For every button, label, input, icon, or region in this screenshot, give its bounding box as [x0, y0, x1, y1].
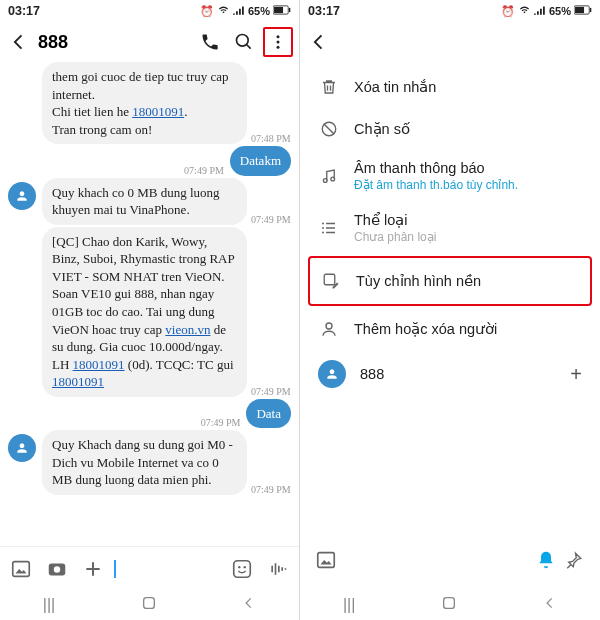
battery-icon [273, 5, 291, 17]
menu-sublabel: Chưa phân loại [354, 230, 436, 244]
contact-avatar[interactable] [8, 182, 36, 210]
menu-label: Thêm hoặc xóa người [354, 321, 497, 337]
music-icon [318, 165, 340, 187]
menu-block-number[interactable]: Chặn số [300, 108, 600, 150]
home-button[interactable] [441, 595, 457, 615]
phone-link[interactable]: 18001091 [73, 357, 125, 372]
contact-avatar[interactable] [8, 434, 36, 462]
svg-point-6 [277, 46, 280, 49]
sticker-icon[interactable] [227, 554, 257, 584]
phone-link[interactable]: 18001091 [132, 104, 184, 119]
wifi-icon [217, 5, 230, 17]
svg-point-19 [331, 177, 335, 181]
svg-rect-25 [318, 553, 335, 568]
svg-rect-26 [444, 598, 455, 609]
home-button[interactable] [141, 595, 157, 615]
bottom-toolbar [300, 542, 600, 578]
svg-point-3 [237, 35, 249, 47]
timestamp: 07:49 PM [201, 417, 241, 428]
alarm-icon: ⏰ [200, 5, 214, 18]
menu-label: Âm thanh thông báo [354, 160, 518, 176]
message-bubble[interactable]: Quy Khach dang su dung goi M0 - Dich vu … [42, 430, 247, 495]
gallery-icon[interactable] [6, 554, 36, 584]
message-bubble[interactable]: Quy khach co 0 MB dung luong khuyen mai … [42, 178, 247, 225]
messages-list[interactable]: them goi cuoc de tiep tuc truy cap inter… [0, 62, 299, 537]
more-options-button[interactable] [263, 27, 293, 57]
pin-icon[interactable] [560, 546, 588, 574]
menu-sublabel: Đặt âm thanh th.báo tùy chỉnh. [354, 178, 518, 192]
url-link[interactable]: vieon.vn [165, 322, 210, 337]
svg-point-9 [54, 566, 60, 572]
battery-text: 65% [248, 5, 270, 17]
menu-category[interactable]: Thể loại Chưa phân loại [300, 202, 600, 254]
menu-label: Xóa tin nhắn [354, 79, 436, 95]
back-nav-button[interactable] [543, 596, 557, 614]
list-icon [318, 217, 340, 239]
back-button[interactable] [6, 29, 32, 55]
svg-rect-2 [289, 8, 290, 12]
svg-point-22 [322, 232, 324, 234]
add-icon[interactable] [78, 554, 108, 584]
svg-point-11 [238, 565, 240, 567]
gallery-icon[interactable] [312, 546, 340, 574]
svg-point-5 [277, 41, 280, 44]
nav-bar: ||| [300, 590, 600, 620]
menu-header [300, 22, 600, 62]
svg-rect-13 [143, 598, 154, 609]
wifi-icon [518, 5, 531, 17]
svg-rect-1 [274, 7, 283, 13]
search-button[interactable] [229, 27, 259, 57]
add-icon[interactable]: + [570, 363, 582, 386]
message-bubble[interactable]: them goi cuoc de tiep tuc truy cap inter… [42, 62, 247, 144]
menu-customize-background[interactable]: Tùy chỉnh hình nền [308, 256, 592, 306]
timestamp: 07:49 PM [251, 484, 291, 495]
back-nav-button[interactable] [242, 596, 256, 614]
voice-icon[interactable] [263, 554, 293, 584]
battery-icon [574, 5, 592, 17]
clock: 03:17 [8, 4, 40, 18]
phone-link[interactable]: 18001091 [52, 374, 104, 389]
menu-add-remove-people[interactable]: Thêm hoặc xóa người [300, 308, 600, 350]
message-input[interactable] [114, 554, 221, 584]
menu-delete-messages[interactable]: Xóa tin nhắn [300, 66, 600, 108]
recents-button[interactable]: ||| [343, 596, 355, 614]
timestamp: 07:49 PM [251, 214, 291, 225]
contact-avatar [318, 360, 346, 388]
alarm-icon: ⏰ [501, 5, 515, 18]
menu-contact-row[interactable]: 888 + [300, 350, 600, 398]
camera-icon[interactable] [42, 554, 72, 584]
svg-point-4 [277, 35, 280, 38]
edit-icon [320, 270, 342, 292]
contact-name: 888 [360, 366, 384, 382]
conversation-title: 888 [38, 32, 189, 53]
message-bubble-sent[interactable]: Data [246, 399, 291, 429]
menu-notification-sound[interactable]: Âm thanh thông báo Đặt âm thanh th.báo t… [300, 150, 600, 202]
svg-rect-10 [234, 560, 251, 577]
status-bar: 03:17 ⏰ 65% [0, 0, 299, 22]
svg-rect-16 [590, 8, 591, 12]
message-bubble[interactable]: [QC] Chao don Karik, Wowy, Binz, Suboi, … [42, 227, 247, 397]
person-icon [318, 318, 340, 340]
call-button[interactable] [195, 27, 225, 57]
message-bubble-sent[interactable]: Datakm [230, 146, 291, 176]
svg-point-12 [244, 565, 246, 567]
svg-rect-7 [13, 561, 30, 576]
clock: 03:17 [308, 4, 340, 18]
compose-bar [0, 546, 299, 590]
options-menu: Xóa tin nhắn Chặn số Âm thanh thông báo … [300, 62, 600, 402]
signal-icon [233, 5, 245, 17]
timestamp: 07:49 PM [184, 165, 224, 176]
svg-point-20 [322, 223, 324, 225]
back-button[interactable] [306, 29, 332, 55]
svg-rect-23 [324, 274, 335, 285]
status-icons: ⏰ 65% [200, 5, 291, 18]
battery-text: 65% [549, 5, 571, 17]
trash-icon [318, 76, 340, 98]
bell-icon[interactable] [532, 546, 560, 574]
svg-point-24 [326, 323, 332, 329]
svg-rect-15 [575, 7, 584, 13]
recents-button[interactable]: ||| [43, 596, 55, 614]
timestamp: 07:49 PM [251, 386, 291, 397]
signal-icon [534, 5, 546, 17]
menu-label: Chặn số [354, 121, 410, 137]
